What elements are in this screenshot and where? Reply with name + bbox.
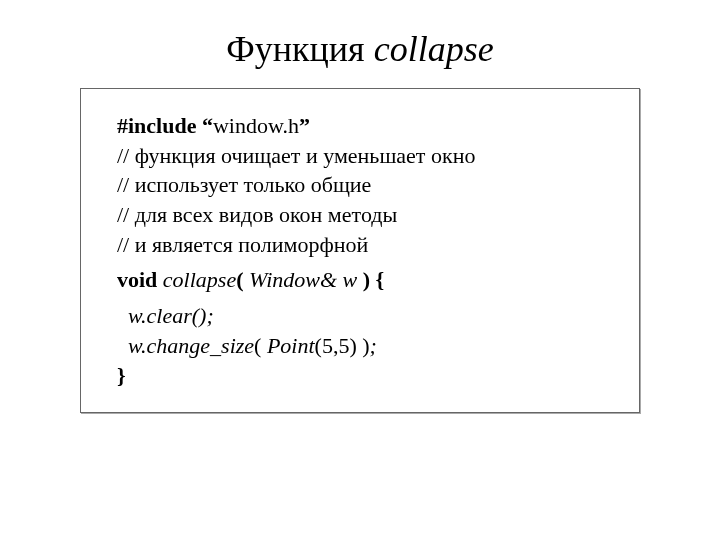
paren-open: ( <box>236 267 249 292</box>
include-keyword: #include “ <box>117 113 213 138</box>
code-line-1: #include “window.h” <box>117 111 619 141</box>
point-args: (5,5) ) <box>315 333 370 358</box>
paren-brace: ) { <box>357 267 384 292</box>
param: Window& w <box>249 267 357 292</box>
slide-title: Функция collapse <box>0 0 720 88</box>
semicolon: ; <box>370 333 377 358</box>
title-word-2: collapse <box>374 29 494 69</box>
code-line-3: // использует только общие <box>117 170 619 200</box>
call-paren: ( <box>254 333 267 358</box>
code-line-8: w.change_size( Point(5,5) ); <box>117 331 619 361</box>
include-file: window.h <box>213 113 299 138</box>
code-line-2: // функция очищает и уменьшает окно <box>117 141 619 171</box>
point-type: Point <box>267 333 315 358</box>
code-line-9: } <box>117 361 619 391</box>
slide: Функция collapse #include “window.h” // … <box>0 0 720 540</box>
code-line-5: // и является полиморфной <box>117 230 619 260</box>
call-name: w.change_size <box>117 333 254 358</box>
code-line-4: // для всех видов окон методы <box>117 200 619 230</box>
void-keyword: void <box>117 267 163 292</box>
code-line-6: void collapse( Window& w ) { <box>117 265 619 295</box>
code-box: #include “window.h” // функция очищает и… <box>80 88 640 413</box>
code-line-7: w.clear(); <box>117 301 619 331</box>
include-close: ” <box>299 113 310 138</box>
func-name: collapse <box>163 267 236 292</box>
title-word-1: Функция <box>226 29 373 69</box>
